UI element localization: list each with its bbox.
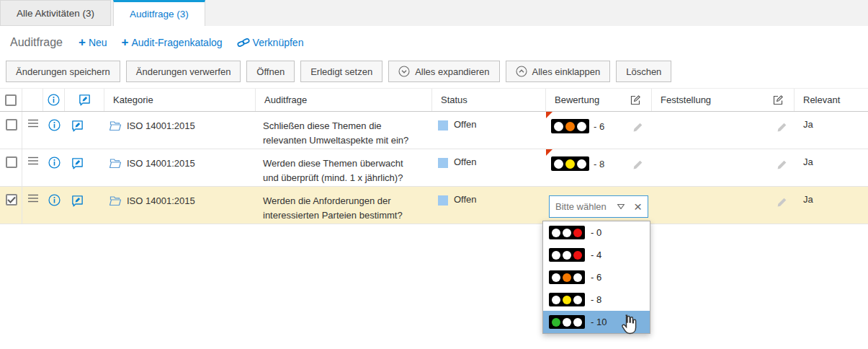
bewertung-combobox[interactable]: Bitte wählen × <box>549 195 648 218</box>
feststellung-cell[interactable] <box>652 187 795 224</box>
row-checkbox[interactable] <box>6 156 17 168</box>
traffic-light-icon <box>549 270 585 284</box>
feststellung-cell[interactable] <box>652 112 795 149</box>
bewertung-score: - 6 <box>594 119 604 132</box>
column-header-relevant[interactable]: Relevant <box>795 89 868 111</box>
column-header-feststellung[interactable]: Feststellung <box>652 89 795 111</box>
option-label: - 0 <box>591 227 601 238</box>
tab-auditfrage[interactable]: Auditfrage (3) <box>113 0 205 26</box>
expand-all-icon <box>398 66 410 77</box>
feststellung-cell[interactable] <box>652 149 795 186</box>
header-select-all-cell <box>0 89 22 111</box>
folder-icon <box>109 194 122 206</box>
bewertung-cell[interactable]: - 8 <box>546 149 652 186</box>
traffic-light-icon <box>549 293 585 306</box>
set-done-button[interactable]: Erledigt setzen <box>300 61 382 82</box>
header-comment-cell[interactable] <box>65 89 104 111</box>
combobox-placeholder: Bitte wählen <box>555 201 609 212</box>
expand-all-button[interactable]: Alles expandieren <box>388 61 499 82</box>
save-changes-label: Änderungen speichern <box>16 66 110 77</box>
drag-handle-icon[interactable] <box>22 187 43 224</box>
dropdown-option[interactable]: - 0 <box>543 221 650 244</box>
pencil-icon[interactable] <box>777 156 787 186</box>
dropdown-option[interactable]: - 6 <box>543 266 650 288</box>
traffic-light-icon <box>551 156 589 171</box>
comment-edit-icon[interactable] <box>65 187 104 224</box>
delete-button[interactable]: Löschen <box>616 61 671 82</box>
collapse-all-icon <box>516 66 527 77</box>
comment-edit-icon <box>78 93 91 107</box>
dropdown-option[interactable]: - 8 <box>543 288 650 311</box>
toolbar: Änderungen speichern Änderungen verwerfe… <box>6 61 868 82</box>
open-button[interactable]: Öffnen <box>246 61 295 82</box>
column-header-kategorie[interactable]: Kategorie <box>104 89 256 111</box>
pencil-icon[interactable] <box>777 194 787 224</box>
kategorie-label: ISO 14001:2015 <box>127 119 195 131</box>
kategorie-cell: ISO 14001:2015 <box>104 187 256 224</box>
dropdown-option-highlighted[interactable]: - 10 <box>543 311 650 333</box>
kategorie-label: ISO 14001:2015 <box>127 156 195 169</box>
comment-edit-icon[interactable] <box>65 112 104 149</box>
auditfrage-text: Schließen diese Themen die relevanten Um… <box>256 112 432 149</box>
pencil-icon[interactable] <box>632 119 643 133</box>
bewertung-score: - 8 <box>594 156 604 169</box>
header-drag-cell <box>22 89 43 111</box>
pencil-icon[interactable] <box>632 156 643 170</box>
delete-label: Löschen <box>626 66 661 77</box>
verknuepfen-button[interactable]: Verknüpfen <box>237 37 304 48</box>
edit-column-icon[interactable] <box>772 94 784 106</box>
audit-fragenkatalog-button[interactable]: + Audit-Fragenkatalog <box>122 37 223 49</box>
info-icon[interactable] <box>43 187 65 224</box>
audit-fragenkatalog-label: Audit-Fragenkatalog <box>132 37 223 48</box>
bewertung-cell[interactable]: - 6 <box>546 112 652 149</box>
column-header-auditfrage[interactable]: Auditfrage <box>256 89 432 111</box>
table-row: ISO 14001:2015 Schließen diese Themen di… <box>0 112 868 149</box>
status-label: Offen <box>454 194 477 205</box>
table-header: Kategorie Auditfrage Status Bewertung Fe… <box>0 88 868 112</box>
clear-icon[interactable]: × <box>630 200 642 213</box>
info-icon[interactable] <box>43 112 65 149</box>
table-row: ISO 14001:2015 Werden diese Themen überw… <box>0 149 868 187</box>
comment-edit-icon[interactable] <box>65 149 104 186</box>
select-all-checkbox[interactable] <box>5 94 17 106</box>
status-label: Offen <box>454 119 477 130</box>
chevron-down-icon[interactable] <box>617 203 625 210</box>
open-label: Öffnen <box>256 66 285 77</box>
set-done-label: Erledigt setzen <box>310 66 372 77</box>
drag-handle-icon[interactable] <box>22 112 43 149</box>
pencil-icon[interactable] <box>777 119 787 149</box>
row-checkbox[interactable] <box>6 119 17 131</box>
column-header-auditfrage-label: Auditfrage <box>264 94 307 105</box>
page-title: Auditfrage <box>10 36 63 49</box>
verknuepfen-label: Verknüpfen <box>253 37 304 48</box>
traffic-light-icon <box>549 248 585 262</box>
status-cell: Offen <box>432 149 546 186</box>
row-checkbox-checked[interactable] <box>6 194 17 206</box>
chain-link-icon <box>237 37 250 48</box>
header-info-cell[interactable] <box>43 89 65 111</box>
tab-bar: Alle Aktivitäten (3) Auditfrage (3) <box>0 0 868 26</box>
save-changes-button[interactable]: Änderungen speichern <box>6 61 120 82</box>
table-row: ISO 14001:2015 Werden die Anforderungen … <box>0 187 868 224</box>
changed-marker-icon <box>546 149 552 156</box>
column-header-kategorie-label: Kategorie <box>113 94 153 105</box>
drag-handle-icon[interactable] <box>22 149 43 186</box>
new-button[interactable]: + Neu <box>79 37 107 49</box>
plus-icon: + <box>79 36 86 48</box>
column-header-status[interactable]: Status <box>432 89 546 111</box>
collapse-all-button[interactable]: Alles einklappen <box>506 61 611 82</box>
edit-column-icon[interactable] <box>630 94 641 106</box>
info-icon[interactable] <box>43 149 65 186</box>
row-select-cell <box>0 187 22 224</box>
column-header-status-label: Status <box>441 94 467 105</box>
column-header-feststellung-label: Feststellung <box>661 94 711 105</box>
info-icon <box>48 94 60 106</box>
discard-changes-button[interactable]: Änderungen verwerfen <box>126 61 241 82</box>
relevant-value: Ja <box>795 149 868 186</box>
column-header-bewertung[interactable]: Bewertung <box>546 89 652 111</box>
option-label: - 10 <box>591 317 607 327</box>
row-select-cell <box>0 112 22 149</box>
tab-alle-aktivitaeten[interactable]: Alle Aktivitäten (3) <box>0 0 111 26</box>
dropdown-option[interactable]: - 4 <box>543 244 650 266</box>
traffic-light-icon <box>549 315 585 329</box>
